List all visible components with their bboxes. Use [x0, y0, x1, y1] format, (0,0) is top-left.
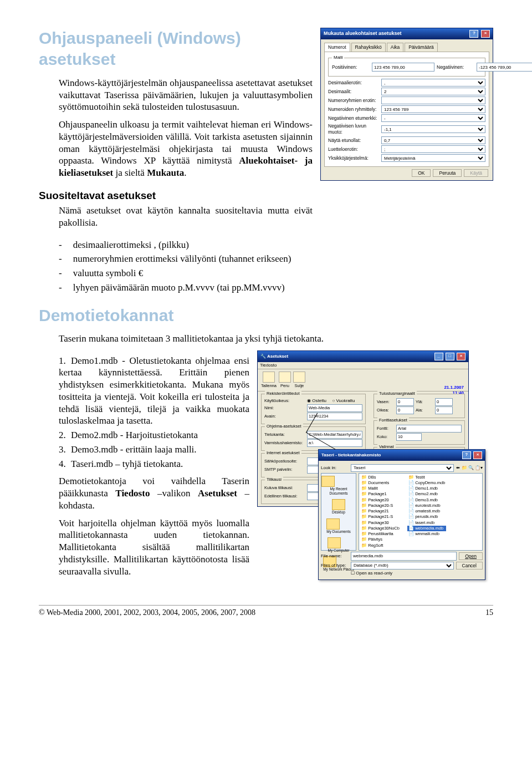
minimize-icon[interactable]: _ [434, 353, 443, 360]
folder-item[interactable]: Package21 [360, 509, 401, 514]
folder-item[interactable]: Package20 [360, 497, 401, 503]
locale-select[interactable]: 2 [381, 88, 485, 95]
subheading-recommended: Suositeltavat asetukset [39, 189, 313, 202]
file-item[interactable]: wmmalli.mdb [407, 531, 446, 537]
file-open-dialog: Taseri - tietokantahakemisto ? × Look in… [318, 449, 485, 580]
para-recommended: Nämä asetukset ovat käytön kannalta suos… [59, 205, 313, 229]
heading-demodb: Demotietokannat [39, 305, 493, 326]
para-switch: Demotietokantoja voi vaihdella Taserin p… [59, 475, 249, 511]
places-item[interactable]: My Documents [326, 518, 350, 534]
footer-copyright: © Web-Media 2000, 2001, 2002, 2003, 2004… [39, 608, 255, 618]
locale-select[interactable]: 123 456 789 [381, 105, 485, 113]
group-options: Valinnat [377, 444, 396, 450]
close-icon[interactable]: × [473, 451, 482, 459]
file-item[interactable]: perustk.mdb [407, 514, 446, 520]
group-period: Tilikausi [265, 477, 283, 482]
folder-item[interactable]: Testit [407, 475, 446, 480]
file-list[interactable]: DBsDocumentsMallitPackage1Package20Packa… [359, 473, 483, 551]
page-number: 15 [485, 608, 493, 618]
file-item[interactable]: CopyDemo.mdb [407, 480, 446, 486]
locale-select[interactable]: ; [381, 145, 485, 153]
demo-db-list: 1.Demo1.mdb - Oletustietokanta ohjelmaa … [59, 355, 249, 470]
places-item[interactable]: My Computer [328, 537, 349, 553]
heading-cpanel: Ohjauspaneeli (Windows) asetukset [39, 28, 313, 70]
group-reg: Rekisteröintitiedot [265, 391, 301, 396]
file-item[interactable]: omatesti.mdb [407, 509, 446, 514]
locale-select[interactable]: 0,7 [381, 136, 485, 144]
folder-item[interactable]: Documents [360, 480, 401, 486]
list-item: 1.Demo1.mdb - Oletustietokanta ohjelmaa … [59, 355, 249, 428]
list-item: 2.Demo2.mdb - Harjoitustietokanta [59, 429, 249, 441]
list-item: 3.Demo3.mdb - erittäin laaja malli. [59, 444, 249, 456]
input-positive[interactable] [372, 63, 434, 72]
places-sidebar[interactable]: My Recent DocumentsDesktopMy DocumentsMy… [321, 473, 356, 551]
locale-select[interactable]: Metrijärjestelmä [381, 154, 485, 162]
close-icon[interactable]: × [481, 30, 490, 38]
locale-select[interactable]: -1,1 [381, 125, 485, 133]
label-positive: Positiivinen: [332, 64, 370, 70]
tab-paivamaara[interactable]: Päivämäärä [405, 43, 437, 52]
file-item[interactable]: Demo2.mdb [407, 491, 446, 497]
recommended-list: desimaalierottimeksi , (pilkku)numeroryh… [59, 239, 493, 294]
list-item: 4.Taseri.mdb – tyhjä tietokanta. [59, 458, 249, 470]
tab-numerot[interactable]: Numerot [324, 43, 350, 52]
regional-settings-dialog: Mukauta aluekohtaiset asetukset ? × Nume… [320, 28, 493, 181]
tab-aika[interactable]: Aika [387, 43, 404, 52]
asetukset-title: 🔧 Asetukset [260, 354, 288, 359]
cancel-button[interactable]: Cancel [456, 562, 483, 569]
folder-item[interactable]: Päivitys [360, 537, 401, 542]
cancel-button[interactable]: Peruuta [433, 169, 462, 177]
folder-item[interactable]: Mallit [360, 486, 401, 491]
folder-item[interactable]: Package30 [360, 520, 401, 526]
file-item[interactable]: taseri.mdb [407, 520, 446, 526]
nav-icons[interactable]: ⬅ 📁 🔍 📋▾ [456, 465, 483, 471]
close-icon[interactable]: × [457, 353, 466, 360]
group-program: Ohjelma-asetukset [265, 424, 303, 429]
para-variants: Ohjauspaneelin ulkoasu ja termit vaihtel… [59, 119, 313, 179]
undo-button[interactable]: Peru [279, 372, 291, 389]
places-item[interactable]: My Recent Documents [321, 476, 356, 496]
file-item[interactable]: Demo3.mdb [407, 497, 446, 503]
folder-item[interactable]: Package21-S [360, 514, 401, 520]
input-negative[interactable] [477, 63, 532, 72]
folder-item[interactable]: Package20-S [360, 503, 401, 509]
group-malli: Malli [332, 55, 344, 60]
locale-select[interactable]: - [381, 114, 485, 122]
close-button[interactable]: Sulje [293, 372, 305, 389]
maximize-icon[interactable]: □ [446, 353, 454, 360]
help-icon[interactable]: ? [469, 30, 478, 38]
tab-rahayksikko[interactable]: Rahayksikkö [351, 43, 386, 52]
help-icon[interactable]: ? [462, 451, 471, 459]
file-item[interactable]: eurotesti.mdb [407, 503, 446, 509]
radio-vuokrattu[interactable]: Vuokrattu [332, 398, 355, 404]
chk-readonly[interactable]: Open as read-only [351, 571, 392, 576]
list-item: desimaalierottimeksi , (pilkku) [59, 239, 493, 251]
menu-tiedosto[interactable]: Tiedosto [258, 362, 468, 369]
input-filename[interactable] [351, 552, 457, 561]
folder-item[interactable]: DBs [360, 475, 401, 480]
ok-button[interactable]: OK [412, 169, 431, 177]
radio-ostettu[interactable]: Ostettu [307, 398, 326, 404]
lookin-select[interactable]: Taseri [351, 464, 454, 472]
folder-item[interactable]: Package1 [360, 491, 401, 497]
folder-item[interactable]: Perustilikartta [360, 531, 401, 537]
locale-select[interactable]: , [381, 79, 485, 87]
list-item: lyhyen päivämäärän muoto p.M.vvvv (tai p… [59, 282, 493, 294]
folder-item[interactable]: RegSoft [360, 543, 401, 548]
locale-select[interactable] [381, 96, 485, 104]
list-item: valuutta symboli € [59, 267, 493, 279]
save-button[interactable]: Tallenna [261, 372, 277, 389]
filetype-select[interactable]: Database (*.mdb) [351, 562, 454, 569]
open-button[interactable]: Open [459, 552, 483, 560]
tabs: Numerot Rahayksikkö Aika Päivämäärä [324, 43, 489, 52]
browse-title: Taseri - tietokantahakemisto [321, 452, 381, 458]
places-item[interactable]: Desktop [332, 499, 345, 515]
input-nimi[interactable] [307, 404, 362, 412]
file-item[interactable]: Demo1.mdb [407, 486, 446, 491]
label-negative: Negatiivinen: [437, 64, 474, 70]
folder-item[interactable]: Package30NoCb [360, 526, 401, 531]
file-item[interactable]: webmedia.mdb [407, 526, 446, 531]
apply-button[interactable]: Käytä [464, 169, 488, 177]
para-intro: Windows-käyttöjärjestelmän ohjauspaneeli… [59, 77, 313, 113]
group-font: Fonttiasetukset [377, 418, 409, 423]
